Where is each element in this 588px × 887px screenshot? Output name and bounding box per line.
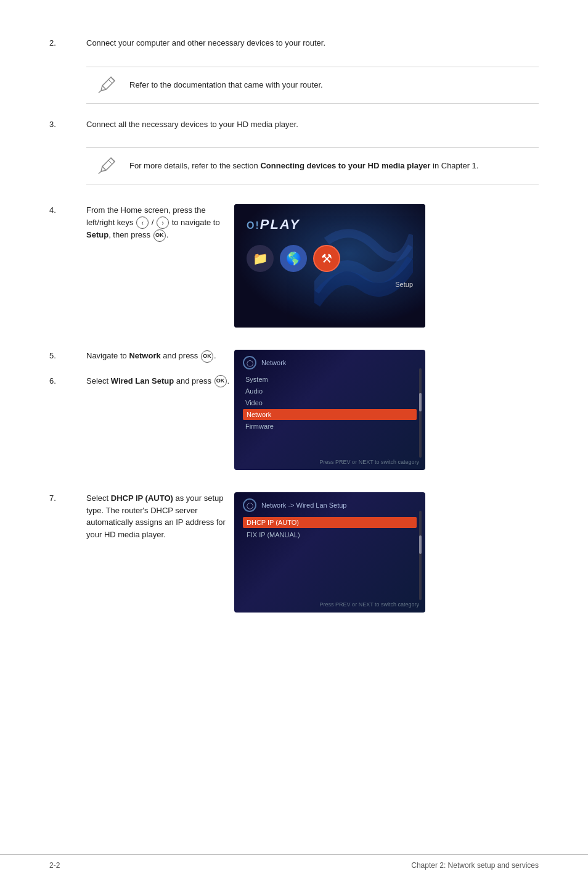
wired-items-list: DHCP IP (AUTO) FIX IP (MANUAL)	[234, 517, 425, 540]
step-6-text: Select Wired Lan Setup and press OK.	[86, 375, 234, 388]
menu-item-video: Video	[243, 397, 417, 408]
step-2: 2. Connect your computer and other neces…	[49, 37, 539, 49]
step-4-row: 4. From the Home screen, press the left/…	[49, 204, 539, 328]
wired-header-label: Network -> Wired Lan Setup	[261, 501, 346, 509]
menu-item-audio: Audio	[243, 386, 417, 397]
logo-o: O!	[247, 220, 260, 231]
step-2-note-text: Refer to the documentation that came wit…	[129, 79, 323, 91]
network-menu-items: System Audio Video Network Firmware	[234, 374, 425, 432]
step-3: 3. Connect all the necessary devices to …	[49, 118, 539, 131]
wired-screen-mockup: ◯ Network -> Wired Lan Setup DHCP IP (AU…	[234, 492, 425, 613]
pencil-icon	[96, 73, 118, 96]
step-4-left: 4. From the Home screen, press the left/…	[49, 204, 234, 259]
footer-chapter: Chapter 2: Network setup and services	[411, 861, 539, 870]
step-4: 4. From the Home screen, press the left/…	[49, 204, 234, 242]
step-2-number: 2.	[49, 37, 86, 47]
step-6-bold: Wired Lan Setup	[111, 376, 174, 386]
step-6-number: 6.	[49, 375, 86, 386]
home-icons-row: 📁 🌎 ⚒	[234, 239, 425, 278]
home-icon-wrench: ⚒	[313, 245, 340, 272]
wired-menu-header: ◯ Network -> Wired Lan Setup	[234, 492, 425, 516]
network-footer-text: Press PREV or NEXT to switch category	[320, 459, 419, 465]
network-screen-mockup: ◯ Network System Audio Video Network Fir…	[234, 350, 425, 470]
home-icon-folder: 📁	[247, 245, 274, 272]
home-logo: O!PLAY	[234, 204, 425, 239]
step-7-number: 7.	[49, 492, 86, 503]
wired-menu-icon: ◯	[243, 498, 256, 512]
step-4-right: O!PLAY 📁 🌎 ⚒ Setup	[234, 204, 431, 328]
svg-line-0	[108, 80, 112, 83]
step-3-note-text: For more details, refer to the section C…	[129, 160, 478, 172]
scrollbar-thumb	[419, 393, 422, 411]
step-5-number: 5.	[49, 350, 86, 360]
wired-item-dhcp: DHCP IP (AUTO)	[243, 517, 417, 528]
step-7-left: 7. Select DHCP IP (AUTO) as your setup t…	[49, 492, 234, 558]
svg-line-1	[108, 160, 112, 164]
step-7-right: ◯ Network -> Wired Lan Setup DHCP IP (AU…	[234, 492, 431, 613]
step-5: 5. Navigate to Network and press OK.	[49, 350, 234, 363]
menu-item-network: Network	[243, 409, 417, 420]
step-2-note: Refer to the documentation that came wit…	[86, 67, 539, 104]
network-header-label: Network	[261, 359, 286, 366]
ok-key-6: OK	[214, 375, 227, 387]
step-7: 7. Select DHCP IP (AUTO) as your setup t…	[49, 492, 234, 540]
step-3-text: Connect all the necessary devices to you…	[86, 118, 539, 131]
right-key-symbol: ›	[157, 217, 169, 229]
menu-item-system: System	[243, 374, 417, 385]
step-4-number: 4.	[49, 204, 86, 215]
wired-item-fix: FIX IP (MANUAL)	[243, 529, 417, 540]
note-icon-3	[96, 154, 120, 178]
menu-item-firmware: Firmware	[243, 421, 417, 432]
steps-56-right: ◯ Network System Audio Video Network Fir…	[234, 350, 431, 470]
page: 2. Connect your computer and other neces…	[0, 0, 588, 887]
step-4-text: From the Home screen, press the left/rig…	[86, 204, 234, 242]
step-7-row: 7. Select DHCP IP (AUTO) as your setup t…	[49, 492, 539, 613]
note-icon-2	[96, 73, 120, 97]
home-overlay: O!PLAY 📁 🌎 ⚒ Setup	[234, 204, 425, 288]
page-footer: 2-2 Chapter 2: Network setup and service…	[0, 854, 588, 870]
footer-page-number: 2-2	[49, 861, 60, 870]
step-2-text: Connect your computer and other necessar…	[86, 37, 539, 49]
home-screen-mockup: O!PLAY 📁 🌎 ⚒ Setup	[234, 204, 425, 328]
wired-scrollbar-thumb	[419, 535, 422, 554]
scrollbar	[419, 368, 422, 458]
step-7-bold: DHCP IP (AUTO)	[111, 493, 173, 503]
step-6: 6. Select Wired Lan Setup and press OK.	[49, 375, 234, 388]
setup-label: Setup	[234, 281, 425, 288]
pencil-icon-2	[96, 154, 118, 176]
step-3-content: Connect all the necessary devices to you…	[86, 118, 539, 131]
step-5-text: Navigate to Network and press OK.	[86, 350, 234, 363]
ok-key-5: OK	[201, 350, 213, 363]
left-key-symbol: ‹	[136, 217, 149, 229]
wired-scrollbar	[419, 511, 422, 600]
step-7-text: Select DHCP IP (AUTO) as your setup type…	[86, 492, 234, 540]
home-icon-globe: 🌎	[280, 245, 307, 272]
step-5-bold: Network	[129, 351, 160, 360]
step-2-content: Connect your computer and other necessar…	[86, 37, 539, 49]
step-5-content: Navigate to Network and press OK.	[86, 350, 234, 363]
steps-56-row: 5. Navigate to Network and press OK. 6. …	[49, 350, 539, 470]
steps-56-left: 5. Navigate to Network and press OK. 6. …	[49, 350, 234, 405]
step-4-bold: Setup	[86, 230, 108, 239]
network-menu-header: ◯ Network	[234, 350, 425, 373]
menu-icon: ◯	[243, 356, 256, 369]
step-3-note: For more details, refer to the section C…	[86, 147, 539, 184]
step-7-content: Select DHCP IP (AUTO) as your setup type…	[86, 492, 234, 540]
step-6-content: Select Wired Lan Setup and press OK.	[86, 375, 234, 388]
wired-footer-text: Press PREV or NEXT to switch category	[320, 601, 419, 608]
step-3-note-bold: Connecting devices to your HD media play…	[260, 161, 430, 170]
step-4-content: From the Home screen, press the left/rig…	[86, 204, 234, 242]
ok-key-4: OK	[153, 229, 166, 242]
step-3-number: 3.	[49, 118, 86, 129]
